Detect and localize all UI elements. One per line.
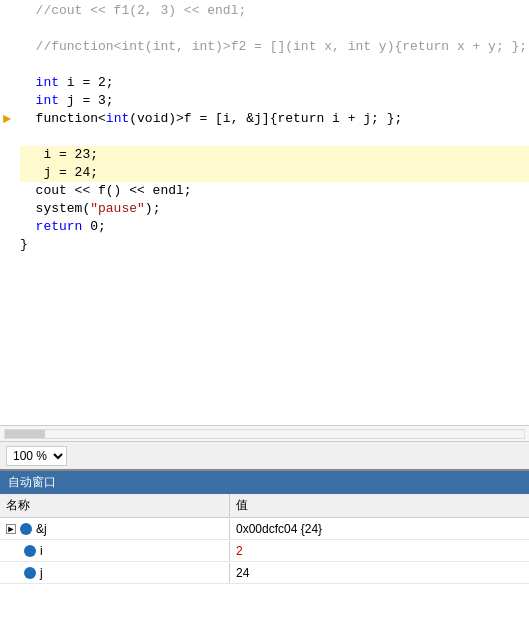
row-1-value: 0x00dcfc04 {24} bbox=[230, 519, 529, 539]
bp-cell-arrow: ► bbox=[0, 110, 14, 128]
kw-int-2: int bbox=[36, 93, 59, 108]
code-line-13: return 0; bbox=[20, 218, 529, 236]
breakpoint-column: ► bbox=[0, 0, 14, 425]
var-name-3: j bbox=[40, 566, 43, 580]
code-line-12: system("pause"); bbox=[20, 200, 529, 218]
comment-span: //cout << f1(2, 3) << endl; bbox=[20, 3, 246, 18]
code-line-14: } bbox=[20, 236, 529, 254]
bp-cell-2 bbox=[0, 20, 14, 38]
auto-window-title: 自动窗口 bbox=[8, 475, 56, 489]
bp-cell-12 bbox=[0, 200, 14, 218]
editor-area: ► //cout << f1(2, 3) << endl; //function… bbox=[0, 0, 529, 469]
bp-cell-6 bbox=[0, 92, 14, 110]
zoom-select[interactable]: 100 % bbox=[6, 446, 67, 466]
kw-int-1: int bbox=[36, 75, 59, 90]
code-line-7: function<int(void)>f = [i, &j]{return i … bbox=[20, 110, 529, 128]
code-line-4 bbox=[20, 56, 529, 74]
bp-cell-14 bbox=[0, 236, 14, 254]
bp-cell-5 bbox=[0, 74, 14, 92]
code-line-10: j = 24; bbox=[20, 164, 529, 182]
bp-cell-3 bbox=[0, 38, 14, 56]
bp-cell-9 bbox=[0, 146, 14, 164]
kw-return: return bbox=[36, 219, 83, 234]
bp-cell-10 bbox=[0, 164, 14, 182]
bp-cell-11 bbox=[0, 182, 14, 200]
auto-window-table: 名称 值 ► &j 0x00dcfc04 {24} i 2 bbox=[0, 494, 529, 624]
bp-cell-13 bbox=[0, 218, 14, 236]
kw-int-3: int bbox=[106, 111, 129, 126]
code-container: ► //cout << f1(2, 3) << endl; //function… bbox=[0, 0, 529, 425]
status-bar: 100 % bbox=[0, 441, 529, 469]
string-pause: "pause" bbox=[90, 201, 145, 216]
comment-span-2: //function<int(int, int)>f2 = [](int x, … bbox=[20, 39, 527, 54]
var-name-1: &j bbox=[36, 522, 47, 536]
row-3-name: j bbox=[0, 563, 230, 583]
row-2-name: i bbox=[0, 541, 230, 561]
auto-window: 自动窗口 名称 值 ► &j 0x00dcfc04 {24} i 2 bbox=[0, 469, 529, 624]
code-content[interactable]: //cout << f1(2, 3) << endl; //function<i… bbox=[14, 0, 529, 425]
var-icon-1 bbox=[20, 523, 32, 535]
row-2-value: 2 bbox=[230, 541, 529, 561]
bp-cell-8 bbox=[0, 128, 14, 146]
table-row[interactable]: i 2 bbox=[0, 540, 529, 562]
table-row[interactable]: j 24 bbox=[0, 562, 529, 584]
row-1-name: ► &j bbox=[0, 519, 230, 539]
code-line-11: cout << f() << endl; bbox=[20, 182, 529, 200]
var-icon-2 bbox=[24, 545, 36, 557]
horizontal-scrollbar[interactable] bbox=[0, 425, 529, 441]
bp-cell-4 bbox=[0, 56, 14, 74]
row-3-value: 24 bbox=[230, 563, 529, 583]
code-line-3: //function<int(int, int)>f2 = [](int x, … bbox=[20, 38, 529, 56]
code-line-2 bbox=[20, 20, 529, 38]
var-icon-3 bbox=[24, 567, 36, 579]
code-line-8 bbox=[20, 128, 529, 146]
var-name-2: i bbox=[40, 544, 43, 558]
code-line-9: i = 23; bbox=[20, 146, 529, 164]
code-line-5: int i = 2; bbox=[20, 74, 529, 92]
col-header-name: 名称 bbox=[0, 494, 230, 517]
expand-btn-1[interactable]: ► bbox=[6, 524, 16, 534]
bp-cell-1 bbox=[0, 2, 14, 20]
table-row[interactable]: ► &j 0x00dcfc04 {24} bbox=[0, 518, 529, 540]
code-line-6: int j = 3; bbox=[20, 92, 529, 110]
code-line-1: //cout << f1(2, 3) << endl; bbox=[20, 2, 529, 20]
table-header-row: 名称 值 bbox=[0, 494, 529, 518]
col-header-value: 值 bbox=[230, 494, 529, 517]
auto-window-header: 自动窗口 bbox=[0, 471, 529, 494]
